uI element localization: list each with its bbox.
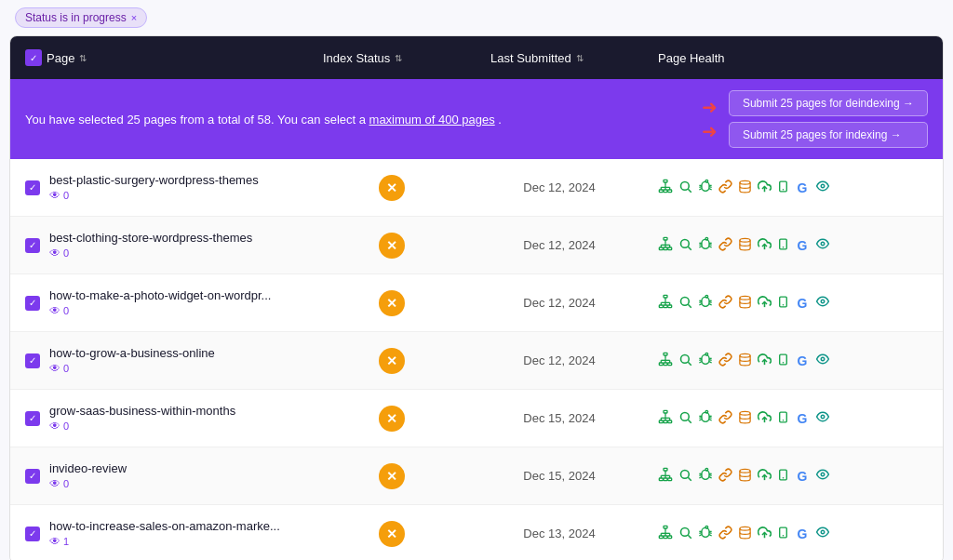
google-icon[interactable]: G — [795, 353, 810, 368]
row-checkbox-1[interactable]: ✓ — [25, 238, 40, 253]
upload-icon[interactable] — [758, 295, 772, 312]
search-health-icon[interactable] — [678, 410, 692, 427]
svg-rect-112 — [664, 478, 667, 481]
svg-line-57 — [699, 304, 702, 305]
database-icon[interactable] — [738, 295, 752, 312]
search-health-icon[interactable] — [678, 237, 692, 254]
sitemap-icon[interactable] — [658, 179, 673, 196]
close-icon[interactable]: × — [131, 12, 137, 23]
bug-icon[interactable] — [698, 352, 713, 369]
svg-line-32 — [688, 247, 691, 249]
search-health-icon[interactable] — [678, 468, 692, 485]
bug-icon[interactable] — [698, 294, 713, 312]
link-icon[interactable] — [718, 410, 732, 427]
svg-point-21 — [821, 184, 825, 188]
search-health-icon[interactable] — [678, 526, 692, 542]
col-last-submitted-label: Last Submitted — [490, 51, 571, 65]
sort-icon-index[interactable]: ⇅ — [395, 53, 402, 63]
search-health-icon[interactable] — [678, 295, 692, 312]
upload-icon[interactable] — [758, 180, 772, 196]
sitemap-icon[interactable] — [658, 409, 673, 427]
mobile-icon[interactable] — [777, 353, 789, 369]
select-all-checkbox[interactable]: ✓ — [25, 49, 42, 66]
sitemap-icon[interactable] — [658, 525, 673, 542]
row-checkbox-2[interactable]: ✓ — [25, 296, 40, 311]
database-icon[interactable] — [738, 468, 752, 485]
index-button[interactable]: Submit 25 pages for indexing → — [729, 122, 928, 148]
visibility-icon[interactable] — [815, 180, 830, 195]
row-checkbox-5[interactable]: ✓ — [25, 469, 40, 484]
link-icon[interactable] — [718, 180, 732, 196]
svg-rect-45 — [659, 305, 663, 308]
sitemap-icon[interactable] — [658, 294, 673, 312]
link-icon[interactable] — [718, 526, 732, 542]
mobile-icon[interactable] — [777, 180, 789, 196]
mobile-icon[interactable] — [777, 410, 789, 427]
visibility-icon[interactable] — [815, 353, 830, 368]
search-health-icon[interactable] — [678, 353, 692, 369]
sitemap-icon[interactable] — [658, 236, 673, 254]
database-icon[interactable] — [738, 237, 752, 254]
deindex-button[interactable]: Submit 25 pages for deindexing → — [729, 90, 928, 116]
health-icons-5: G — [658, 467, 830, 485]
row-checkbox-6[interactable]: ✓ — [25, 527, 40, 541]
google-icon[interactable]: G — [795, 469, 810, 484]
google-icon[interactable]: G — [795, 527, 810, 541]
visibility-icon[interactable] — [815, 468, 830, 484]
google-icon[interactable]: G — [795, 238, 810, 253]
date-value-5: Dec 15, 2024 — [523, 469, 595, 483]
upload-icon[interactable] — [758, 353, 772, 369]
search-health-icon[interactable] — [678, 180, 692, 196]
sort-icon-page[interactable]: ⇅ — [79, 53, 87, 63]
upload-icon[interactable] — [758, 410, 772, 427]
sitemap-icon[interactable] — [658, 467, 673, 485]
upload-icon[interactable] — [758, 468, 772, 485]
link-icon[interactable] — [718, 295, 732, 312]
main-table: ✓ Page ⇅ Index Status ⇅ Last Submitted ⇅… — [9, 35, 944, 560]
link-icon[interactable] — [718, 353, 732, 369]
database-icon[interactable] — [738, 180, 752, 196]
svg-point-87 — [821, 357, 825, 361]
bug-icon[interactable] — [698, 409, 713, 427]
bug-icon[interactable] — [698, 467, 713, 485]
link-icon[interactable] — [718, 468, 732, 485]
upload-icon[interactable] — [758, 526, 772, 542]
visibility-icon[interactable] — [815, 237, 830, 253]
svg-line-103 — [699, 418, 702, 419]
mobile-icon[interactable] — [777, 295, 789, 312]
row-checkbox-0[interactable]: ✓ — [25, 180, 40, 195]
col-page-health-label: Page Health — [658, 51, 725, 65]
svg-rect-23 — [659, 247, 663, 250]
database-icon[interactable] — [738, 526, 752, 542]
svg-rect-3 — [668, 190, 672, 193]
sort-icon-submitted[interactable]: ⇅ — [576, 53, 584, 63]
upload-icon[interactable] — [758, 237, 772, 254]
cell-index-status-0: ✕ — [308, 166, 476, 210]
database-icon[interactable] — [738, 353, 752, 369]
visibility-icon[interactable] — [815, 410, 830, 426]
max-pages-link[interactable]: maximum of 400 pages — [369, 113, 495, 127]
health-icons-0: G — [658, 179, 830, 196]
col-index-status-label: Index Status — [323, 51, 390, 65]
mobile-icon[interactable] — [777, 526, 789, 542]
mobile-icon[interactable] — [777, 237, 789, 254]
row-checkbox-4[interactable]: ✓ — [25, 411, 40, 426]
google-icon[interactable]: G — [795, 411, 810, 426]
bug-icon[interactable] — [698, 236, 713, 254]
page-views-5: 👁 0 — [49, 477, 127, 490]
visibility-icon[interactable] — [815, 295, 830, 311]
mobile-icon[interactable] — [777, 468, 789, 485]
link-icon[interactable] — [718, 237, 732, 254]
bug-icon[interactable] — [698, 179, 713, 196]
database-icon[interactable] — [738, 410, 752, 427]
svg-line-123 — [699, 477, 702, 478]
bug-icon[interactable] — [698, 525, 713, 542]
svg-rect-44 — [664, 295, 667, 298]
google-icon[interactable]: G — [795, 296, 810, 311]
google-icon[interactable]: G — [795, 180, 810, 195]
visibility-icon[interactable] — [815, 526, 830, 541]
svg-line-98 — [688, 420, 691, 422]
svg-line-37 — [699, 245, 702, 246]
row-checkbox-3[interactable]: ✓ — [25, 353, 40, 368]
sitemap-icon[interactable] — [658, 352, 673, 369]
